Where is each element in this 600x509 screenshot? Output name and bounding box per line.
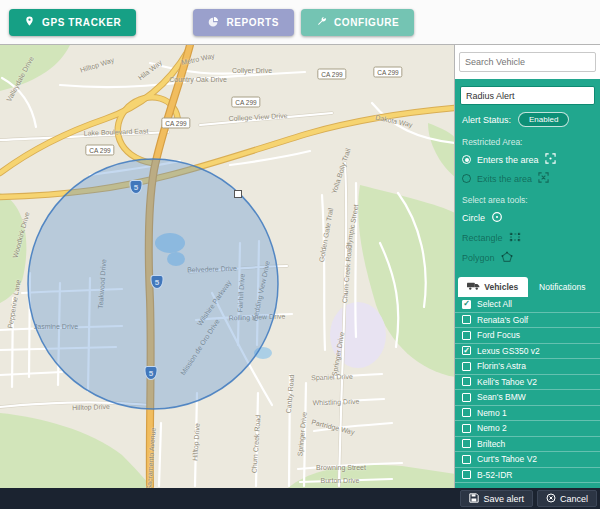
tab-label: CONFIGURE: [334, 17, 399, 28]
checkbox[interactable]: [462, 362, 471, 371]
tab-label: GPS TRACKER: [42, 17, 121, 28]
vehicle-label: Nemo 1: [477, 408, 507, 418]
radio-icon[interactable]: [462, 155, 471, 164]
checkbox[interactable]: [462, 393, 471, 402]
search-area: [455, 45, 600, 79]
vehicle-row[interactable]: Renata's Golf: [455, 313, 600, 329]
vehicle-label: Lexus GS350 v2: [477, 346, 540, 356]
sidebar-tabs: Vehicles Notifications: [455, 277, 600, 297]
floppy-icon: [469, 493, 479, 505]
tool-label: Circle: [462, 213, 485, 223]
vehicle-label: Ford Focus: [477, 330, 520, 340]
tool-rectangle[interactable]: Rectangle: [455, 228, 600, 248]
vehicle-icon: [467, 282, 480, 292]
vehicle-label: Select All: [477, 299, 512, 309]
checkbox[interactable]: [462, 439, 471, 448]
vehicle-row[interactable]: Nemo 2: [455, 421, 600, 437]
vehicle-label: Sean's BMW: [477, 392, 526, 402]
tab-configure[interactable]: CONFIGURE: [301, 9, 414, 36]
enter-area-icon: [545, 153, 556, 166]
tab-reports[interactable]: REPORTS: [193, 9, 294, 36]
tab-notifications[interactable]: Notifications: [528, 277, 598, 297]
vehicle-label: Kelli's Tahoe V2: [477, 377, 537, 387]
vehicle-row[interactable]: Florin's Astra: [455, 359, 600, 375]
circle-x-icon: [546, 493, 556, 505]
vehicle-row[interactable]: Kelli's Tahoe V2: [455, 375, 600, 391]
vehicle-label: Briltech: [477, 439, 505, 449]
polygon-tool-icon: [501, 251, 513, 265]
save-alert-button[interactable]: Save alert: [460, 490, 533, 507]
bottom-bar: Save alert Cancel: [0, 488, 600, 509]
vehicle-row[interactable]: ✓Lexus GS350 v2: [455, 344, 600, 360]
radio-exits-area[interactable]: Exits the area: [455, 169, 600, 188]
checkbox[interactable]: ✓: [462, 346, 471, 355]
vehicle-label: Renata's Golf: [477, 315, 528, 325]
save-label: Save alert: [483, 494, 524, 504]
option-label: Enters the area: [477, 155, 539, 165]
tool-label: Rectangle: [462, 233, 503, 243]
checkbox[interactable]: [462, 408, 471, 417]
vehicle-row[interactable]: B-52-IDR: [455, 468, 600, 484]
tab-gps-tracker[interactable]: GPS TRACKER: [9, 9, 136, 36]
tool-label: Polygon: [462, 253, 495, 263]
select-all-row[interactable]: ✓Select All: [455, 297, 600, 313]
wrench-icon: [316, 16, 327, 29]
alert-area-overlay: [0, 45, 455, 488]
alert-status-row: Alert Status: Enabled: [455, 109, 600, 130]
search-vehicle-input[interactable]: [459, 52, 596, 72]
circle-tool-icon: [491, 211, 503, 225]
gps-marker-icon: [24, 15, 35, 29]
vehicle-row[interactable]: Nemo 1: [455, 406, 600, 422]
checkbox[interactable]: [462, 470, 471, 479]
vehicle-row[interactable]: Ford Focus: [455, 328, 600, 344]
tab-label: Vehicles: [484, 282, 518, 292]
alert-name-input[interactable]: [460, 86, 595, 105]
tool-circle[interactable]: Circle: [455, 208, 600, 228]
top-toolbar: GPS TRACKER REPORTS CONFIGURE: [0, 0, 600, 44]
option-label: Exits the area: [477, 174, 532, 184]
vehicle-row[interactable]: Briltech: [455, 437, 600, 453]
vehicle-row[interactable]: Curt's Tahoe V2: [455, 452, 600, 468]
vehicle-label: B-52-IDR: [477, 470, 512, 480]
checkbox[interactable]: [462, 315, 471, 324]
tab-label: REPORTS: [226, 17, 279, 28]
map[interactable]: Valleydale DriveHilltop WayHila WayMetro…: [0, 45, 455, 488]
radius-alert-panel: Alert Status: Enabled Restricted Area: E…: [455, 79, 600, 488]
tool-polygon[interactable]: Polygon: [455, 248, 600, 268]
area-tools-label: Select area tools:: [455, 188, 600, 208]
checkbox[interactable]: ✓: [462, 300, 471, 309]
rectangle-tool-icon: [509, 231, 521, 245]
pie-chart-icon: [208, 16, 219, 29]
checkbox[interactable]: [462, 455, 471, 464]
vehicle-row[interactable]: Sean's BMW: [455, 390, 600, 406]
alert-status-toggle[interactable]: Enabled: [518, 112, 569, 127]
alert-sidebar: Alert Status: Enabled Restricted Area: E…: [455, 45, 600, 488]
vehicle-label: Nemo 2: [477, 423, 507, 433]
tab-label: Notifications: [539, 282, 585, 292]
cancel-label: Cancel: [560, 494, 588, 504]
checkbox[interactable]: [462, 331, 471, 340]
checkbox[interactable]: [462, 377, 471, 386]
restricted-area-label: Restricted Area:: [455, 130, 600, 150]
radio-icon[interactable]: [462, 174, 471, 183]
radio-enters-area[interactable]: Enters the area: [455, 150, 600, 169]
exit-area-icon: [538, 172, 549, 185]
vehicle-label: Curt's Tahoe V2: [477, 454, 537, 464]
tab-vehicles[interactable]: Vehicles: [458, 277, 528, 297]
cancel-button[interactable]: Cancel: [537, 490, 597, 507]
vehicle-label: Florin's Astra: [477, 361, 526, 371]
checkbox[interactable]: [462, 424, 471, 433]
circle-resize-handle[interactable]: [234, 190, 242, 198]
alert-status-label: Alert Status:: [462, 115, 511, 125]
main-content: Valleydale DriveHilltop WayHila WayMetro…: [0, 44, 600, 487]
vehicle-list: ✓Select AllRenata's GolfFord Focus✓Lexus…: [455, 297, 600, 488]
